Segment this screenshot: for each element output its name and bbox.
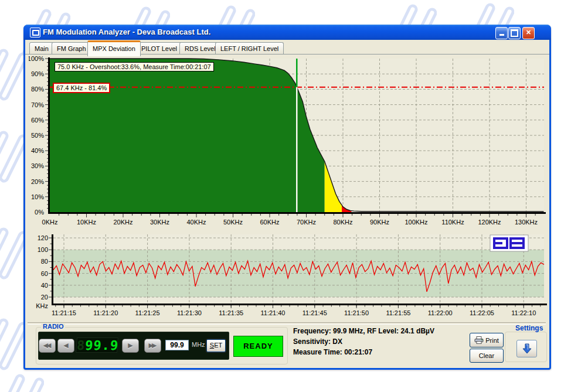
- settings-dropdown-button[interactable]: [516, 340, 537, 357]
- svg-text:80: 80: [41, 258, 48, 265]
- svg-text:40KHz: 40KHz: [186, 219, 206, 226]
- printer-icon: [474, 336, 484, 344]
- svg-text:70KHz: 70KHz: [297, 219, 316, 226]
- seek-down-button[interactable]: ◀◀: [39, 339, 56, 353]
- history-chart[interactable]: 11:21:1511:21:2011:21:2511:21:3011:21:35…: [29, 232, 547, 321]
- tab-pilot-level[interactable]: PILOT Level: [136, 42, 182, 54]
- svg-text:30%: 30%: [31, 162, 44, 169]
- clear-button-label: Clear: [479, 352, 494, 359]
- print-button-label: Print: [485, 337, 499, 344]
- svg-text:11:21:45: 11:21:45: [303, 309, 327, 316]
- maximize-icon: [511, 29, 518, 37]
- ready-status: READY: [233, 336, 283, 357]
- svg-text:40%: 40%: [31, 147, 44, 154]
- svg-text:90%: 90%: [31, 70, 44, 77]
- print-button[interactable]: Print: [470, 333, 504, 347]
- svg-text:10KHz: 10KHz: [77, 219, 96, 226]
- forward-icon: ▶: [128, 342, 132, 349]
- info-frequency-line: Frequency: 99.9 MHz, RF Level: 24.1 dBµV: [293, 326, 434, 336]
- svg-text:30KHz: 30KHz: [150, 219, 169, 226]
- svg-text:100: 100: [38, 246, 48, 253]
- svg-text:11:21:15: 11:21:15: [52, 309, 76, 316]
- minimize-button[interactable]: [495, 27, 508, 39]
- app-window: FM Modulation Analyzer - Deva Broadcast …: [23, 25, 551, 370]
- svg-text:20KHz: 20KHz: [113, 219, 132, 226]
- svg-text:11:21:20: 11:21:20: [93, 309, 118, 316]
- svg-text:11:22:00: 11:22:00: [428, 309, 453, 316]
- svg-text:11:21:25: 11:21:25: [135, 309, 160, 316]
- frequency-input[interactable]: [165, 340, 189, 350]
- close-icon: ✕: [526, 29, 531, 36]
- svg-text:60KHz: 60KHz: [260, 219, 279, 226]
- overshoot-annotation: 75.0 KHz - Overshoot:33.6%, Measure Time…: [55, 62, 214, 71]
- step-down-button[interactable]: ◀: [57, 339, 74, 353]
- deviation-chart[interactable]: 0KHz10KHz20KHz30KHz40KHz50KHz60KHz70KHz8…: [29, 55, 547, 230]
- down-arrow-icon: [521, 343, 533, 354]
- svg-text:120KHz: 120KHz: [478, 219, 501, 226]
- set-button[interactable]: SET: [206, 339, 226, 352]
- rewind-icon: ◀: [63, 342, 68, 349]
- info-measure-time-line: Measure Time: 00:21:07: [293, 347, 434, 357]
- svg-text:KHz: KHz: [36, 302, 48, 309]
- svg-text:10%: 10%: [31, 193, 44, 200]
- svg-text:110KHz: 110KHz: [441, 219, 464, 226]
- svg-text:20: 20: [41, 294, 48, 301]
- svg-text:120: 120: [38, 234, 48, 241]
- svg-text:90KHz: 90KHz: [370, 219, 389, 226]
- tab-mpx-deviation[interactable]: MPX Deviation: [87, 40, 141, 56]
- minimize-icon: [499, 28, 504, 36]
- svg-text:20%: 20%: [31, 178, 44, 185]
- svg-text:11:22:05: 11:22:05: [470, 309, 494, 316]
- svg-text:11:21:40: 11:21:40: [260, 309, 285, 316]
- svg-text:60%: 60%: [31, 117, 44, 124]
- tab-fm-graph[interactable]: FM Graph: [52, 42, 91, 54]
- svg-text:11:21:55: 11:21:55: [386, 309, 410, 316]
- tab-main[interactable]: Main: [29, 42, 54, 54]
- svg-text:11:21:50: 11:21:50: [344, 309, 369, 316]
- svg-text:50KHz: 50KHz: [223, 219, 243, 226]
- close-button[interactable]: ✕: [522, 27, 535, 39]
- radio-group-label: RADIO: [41, 323, 65, 330]
- measurement-info: Frequency: 99.9 MHz, RF Level: 24.1 dBµV…: [293, 326, 434, 357]
- db-logo: [490, 235, 528, 251]
- frequency-display-value: 99.9: [84, 338, 119, 353]
- svg-text:0%: 0%: [35, 209, 44, 216]
- svg-text:100%: 100%: [29, 55, 44, 62]
- svg-text:50%: 50%: [31, 132, 44, 139]
- svg-text:70%: 70%: [31, 101, 44, 108]
- seek-up-button[interactable]: ▶▶: [144, 339, 161, 353]
- svg-text:100KHz: 100KHz: [405, 219, 427, 226]
- svg-text:11:22:10: 11:22:10: [511, 309, 536, 316]
- info-sensitivity-line: Sensitivity: DX: [293, 336, 434, 347]
- svg-text:11:21:30: 11:21:30: [177, 309, 202, 316]
- svg-text:80%: 80%: [31, 86, 44, 93]
- svg-text:80KHz: 80KHz: [333, 219, 352, 226]
- rewind-fast-icon: ◀◀: [43, 342, 50, 349]
- title-bar[interactable]: FM Modulation Analyzer - Deva Broadcast …: [23, 25, 551, 40]
- step-up-button[interactable]: ▶: [122, 339, 139, 353]
- svg-text:40: 40: [41, 282, 48, 289]
- set-button-label: ET: [214, 342, 222, 349]
- svg-text:11:21:35: 11:21:35: [219, 309, 243, 316]
- svg-text:130KHz: 130KHz: [515, 219, 538, 226]
- window-title: FM Modulation Analyzer - Deva Broadcast …: [43, 28, 210, 36]
- tab-left-right-level[interactable]: LEFT / RIGHT Level: [215, 42, 284, 54]
- maximize-button[interactable]: [508, 27, 521, 39]
- forward-fast-icon: ▶▶: [149, 342, 155, 349]
- panel-divider: [28, 322, 546, 325]
- svg-text:0KHz: 0KHz: [42, 219, 58, 226]
- settings-group-label: Settings: [515, 324, 543, 332]
- frequency-display: 899.9: [76, 338, 118, 353]
- clear-button[interactable]: Clear: [470, 349, 504, 363]
- svg-text:60: 60: [41, 270, 48, 277]
- app-icon: [30, 28, 40, 38]
- marker-annotation: 67.4 KHz - 81.4%: [53, 83, 110, 93]
- tab-rds-level[interactable]: RDS Level: [179, 42, 221, 54]
- mhz-label: MHz: [192, 341, 205, 348]
